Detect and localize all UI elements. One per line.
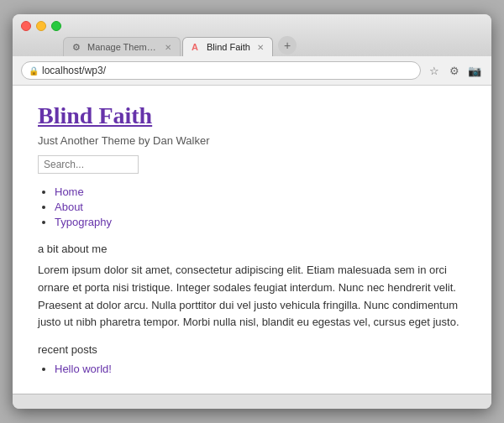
star-icon: ☆ [429, 65, 439, 77]
lorem-text: Lorem ipsum dolor sit amet, consectetur … [38, 262, 466, 332]
tab-label-blind-faith: Blind Faith [207, 42, 250, 52]
address-text: localhost/wp3/ [42, 65, 413, 76]
tab-close-blind-faith[interactable]: ✕ [257, 43, 264, 52]
close-button[interactable] [21, 21, 31, 31]
nav-item-home[interactable]: Home [55, 185, 466, 199]
tab-manage-themes[interactable]: ⚙ Manage Themes ‹ Local Test... ✕ [63, 37, 181, 56]
traffic-lights [21, 21, 483, 31]
tab-label-manage: Manage Themes ‹ Local Test... [87, 42, 158, 52]
recent-posts-list: Hello world! [38, 363, 466, 376]
search-input[interactable] [38, 155, 139, 174]
nav-actions: ☆ ⚙ 📷 [426, 62, 483, 79]
settings-button[interactable]: ⚙ [446, 62, 463, 79]
recent-posts-heading: recent posts [38, 343, 466, 356]
tab-favicon-blind-faith: A [192, 42, 202, 52]
tabs-bar: ⚙ Manage Themes ‹ Local Test... ✕ A Blin… [63, 36, 483, 56]
new-tab-button[interactable]: + [278, 36, 297, 55]
title-bar: ⚙ Manage Themes ‹ Local Test... ✕ A Blin… [13, 14, 491, 56]
about-heading: a bit about me [38, 243, 466, 255]
site-title[interactable]: Blind Faith [38, 102, 466, 129]
minimize-button[interactable] [36, 21, 46, 31]
camera-icon: 📷 [468, 65, 481, 77]
tab-blind-faith[interactable]: A Blind Faith ✕ [182, 37, 273, 56]
nav-item-typography[interactable]: Typography [55, 216, 466, 229]
tab-close-manage[interactable]: ✕ [165, 43, 171, 52]
page-content: Blind Faith Just Another Theme by Dan Wa… [13, 86, 491, 394]
maximize-button[interactable] [51, 21, 61, 31]
screenshot-button[interactable]: 📷 [466, 62, 483, 79]
bottom-bar [13, 394, 491, 409]
browser-window: ⚙ Manage Themes ‹ Local Test... ✕ A Blin… [13, 14, 491, 409]
nav-link-typography[interactable]: Typography [55, 216, 112, 228]
address-bar[interactable]: 🔒 localhost/wp3/ [21, 61, 421, 80]
nav-link-home[interactable]: Home [55, 185, 84, 198]
bookmark-button[interactable]: ☆ [426, 62, 443, 79]
recent-post-item[interactable]: Hello world! [55, 363, 466, 376]
nav-link-about[interactable]: About [55, 201, 83, 213]
recent-post-link[interactable]: Hello world! [55, 363, 112, 375]
tab-favicon-manage: ⚙ [72, 42, 82, 52]
gear-icon: ⚙ [449, 65, 459, 77]
nav-item-about[interactable]: About [55, 201, 466, 214]
nav-bar: 🔒 localhost/wp3/ ☆ ⚙ 📷 [13, 56, 491, 86]
nav-menu: Home About Typography [38, 185, 466, 229]
site-tagline: Just Another Theme by Dan Walker [38, 134, 466, 147]
lock-icon: 🔒 [29, 66, 39, 76]
